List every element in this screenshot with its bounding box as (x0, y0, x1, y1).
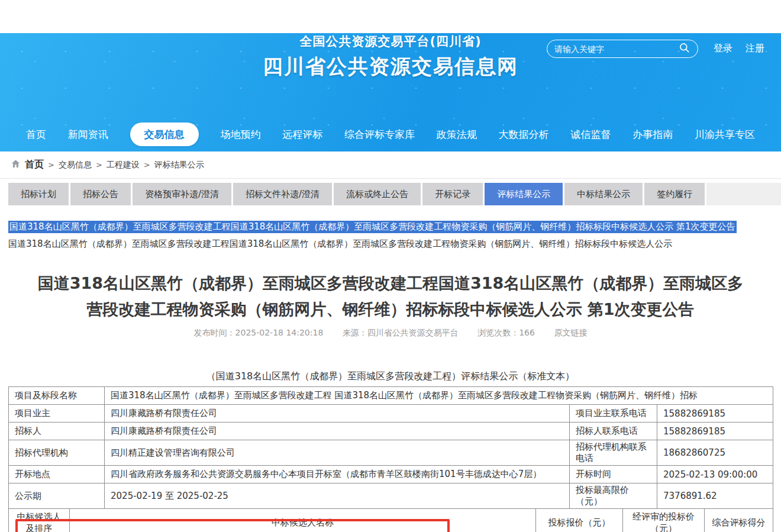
row-label: 开标时间 (570, 466, 657, 483)
tab-bid-plan[interactable]: 招标计划 (8, 183, 69, 205)
breadcrumb-separator: > (144, 160, 150, 169)
nav-item-guide[interactable]: 办事指南 (632, 122, 673, 146)
col-header-rank: 中标候选人及排序 (9, 509, 70, 532)
breadcrumb: 首页 > 交易信息 > 工程建设 > 评标结果公示 (0, 151, 781, 179)
row-label: 项目业主 (9, 405, 105, 423)
tab-contract-performance[interactable]: 签约履行 (644, 183, 705, 205)
breadcrumb-engineering[interactable]: 工程建设 (106, 160, 140, 170)
table-row: 开标地点 四川省政府政务服务和公共资源交易服务中心本项目开标室（成都市青羊区鼓楼… (9, 466, 773, 483)
nav-item-home[interactable]: 首页 (26, 122, 46, 146)
publish-time: 发布时间：2025-02-18 14:20:18 (194, 328, 324, 337)
row-label: 项目及标段名称 (9, 387, 105, 405)
row-label: 招标人 (9, 423, 105, 440)
tab-award-result[interactable]: 中标结果公示 (564, 183, 643, 205)
header-topbar: 登录 注册 (547, 40, 764, 58)
row-label: 招标人联系电话 (570, 423, 657, 440)
tab-failed-or-terminated[interactable]: 流标或终止公告 (334, 183, 421, 205)
breadcrumb-separator: > (96, 160, 102, 169)
row-value: 国道318名山区黑竹（成都界）至雨城区多营段改建工程 国道318名山区黑竹（成都… (105, 387, 773, 405)
row-value: 15882869185 (657, 423, 773, 440)
row-label: 开标地点 (9, 466, 105, 483)
row-label: 招标代理机构联系电话 (570, 440, 657, 466)
nav-item-integrity[interactable]: 诚信监督 (570, 122, 611, 146)
col-header-bid-price: 投标报价（元） (536, 509, 623, 532)
tab-strip: 招标计划 招标公告 资格预审补遗/澄清 招标文件补遗/澄清 流标或终止公告 开标… (0, 183, 781, 205)
breadcrumb-evaluation-result[interactable]: 评标结果公示 (154, 160, 204, 170)
search-box[interactable] (547, 40, 698, 58)
breadcrumb-trade-info[interactable]: 交易信息 (59, 160, 92, 170)
nav-item-expert-pool[interactable]: 综合评标专家库 (344, 122, 415, 146)
row-value: 7376891.62 (657, 483, 773, 509)
row-value: 15882869185 (657, 405, 773, 423)
table-row: 项目业主 四川康藏路桥有限责任公司 项目业主联系电话 15882869185 (9, 405, 773, 423)
row-value: 2025-02-13 09:00:00 (657, 466, 773, 483)
main-nav: 首页 新闻资讯 交易信息 场地预约 远程评标 综合评标专家库 政策法规 大数据分… (0, 122, 781, 146)
nav-item-policies[interactable]: 政策法规 (437, 122, 477, 146)
row-value: 四川精正建设管理咨询有限公司 (105, 440, 570, 466)
tab-evaluation-result[interactable]: 评标结果公示 (485, 183, 563, 205)
nav-item-remote-evaluation[interactable]: 远程评标 (282, 122, 322, 146)
col-header-score: 综合评标得分 (705, 509, 773, 532)
page-title: 国道318名山区黑竹（成都界）至雨城区多营段改建工程国道318名山区黑竹（成都界… (32, 270, 749, 322)
tab-strip-filler (706, 183, 781, 205)
breadcrumb-separator: > (48, 160, 54, 169)
tables-wrap: 项目及标段名称 国道318名山区黑竹（成都界）至雨城区多营段改建工程 国道318… (8, 386, 773, 532)
row-label: 公示期 (9, 483, 105, 509)
row-label: 投标最高限价（元） (570, 483, 657, 509)
project-info-table: 项目及标段名称 国道318名山区黑竹（成都界）至雨城区多营段改建工程 国道318… (8, 386, 773, 509)
auth-links: 登录 注册 (714, 43, 764, 55)
view-count: 浏览次数：166 (477, 328, 535, 337)
search-input[interactable] (554, 44, 679, 54)
table-row: 公示期 2025-02-19 至 2025-02-25 投标最高限价（元） 73… (9, 483, 773, 509)
table-row: 项目及标段名称 国道318名山区黑竹（成都界）至雨城区多营段改建工程 国道318… (9, 387, 773, 405)
candidates-table: 中标候选人及排序 中标候选人名称 投标报价（元） 经评审的投标价（元） 综合评标… (8, 508, 773, 532)
tab-bid-opening-record[interactable]: 开标记录 (422, 183, 483, 205)
row-label: 项目业主联系电话 (570, 405, 657, 423)
col-header-candidate-name: 中标候选人名称 (70, 509, 536, 532)
site-header: 登录 注册 全国公共资源交易平台(四川省) 四川省公共资源交易信息网 首页 新闻… (0, 33, 781, 151)
row-value: 四川省政府政务服务和公共资源交易服务中心本项目开标室（成都市青羊区鼓楼南街101… (105, 466, 570, 483)
register-link[interactable]: 注册 (746, 43, 764, 55)
nav-item-big-data[interactable]: 大数据分析 (499, 122, 549, 146)
tab-bid-doc-addendum[interactable]: 招标文件补遗/澄清 (233, 183, 332, 205)
tab-prequalification-addendum[interactable]: 资格预审补遗/澄清 (133, 183, 231, 205)
home-icon (11, 159, 21, 171)
section-title: （国道318名山区黑竹（成都界）至雨城区多营段改建工程）评标结果公示（标准文本） (0, 370, 781, 383)
nav-item-venue-booking[interactable]: 场地预约 (220, 122, 260, 146)
list-item[interactable]: 国道318名山区黑竹（成都界）至雨城区多营段改建工程国道318名山区黑竹（成都界… (8, 238, 773, 250)
row-label: 招标代理机构 (9, 440, 105, 466)
nav-item-trade-info[interactable]: 交易信息 (130, 122, 199, 146)
col-header-reviewed-price: 经评审的投标价（元） (623, 509, 705, 532)
row-value: 18682860725 (657, 440, 773, 466)
login-link[interactable]: 登录 (714, 43, 732, 55)
candidates-header-row: 中标候选人及排序 中标候选人名称 投标报价（元） 经评审的投标价（元） 综合评标… (9, 509, 773, 532)
row-value: 四川康藏路桥有限责任公司 (105, 405, 570, 423)
tab-bid-announcement[interactable]: 招标公告 (70, 183, 131, 205)
nav-item-news[interactable]: 新闻资讯 (68, 122, 108, 146)
result-list: 国道318名山区黑竹（成都界）至雨城区多营段改建工程国道318名山区黑竹（成都界… (8, 221, 773, 250)
row-value: 2025-02-19 至 2025-02-25 (105, 483, 570, 509)
source: 来源：四川省公共资源交易平台 (343, 328, 459, 337)
nav-item-chuanyu-zone[interactable]: 川渝共享专区 (695, 122, 755, 146)
list-item-selected[interactable]: 国道318名山区黑竹（成都界）至雨城区多营段改建工程国道318名山区黑竹（成都界… (8, 221, 737, 233)
original-link[interactable]: 原文链接 (554, 328, 587, 337)
breadcrumb-home[interactable]: 首页 (25, 159, 44, 171)
search-icon[interactable] (679, 42, 690, 56)
table-row: 招标代理机构 四川精正建设管理咨询有限公司 招标代理机构联系电话 1868286… (9, 440, 773, 466)
table-row: 招标人 四川康藏路桥有限责任公司 招标人联系电话 15882869185 (9, 423, 773, 440)
row-value: 四川康藏路桥有限责任公司 (105, 423, 570, 440)
article-meta: 发布时间：2025-02-18 14:20:18 来源：四川省公共资源交易平台 … (0, 328, 781, 338)
